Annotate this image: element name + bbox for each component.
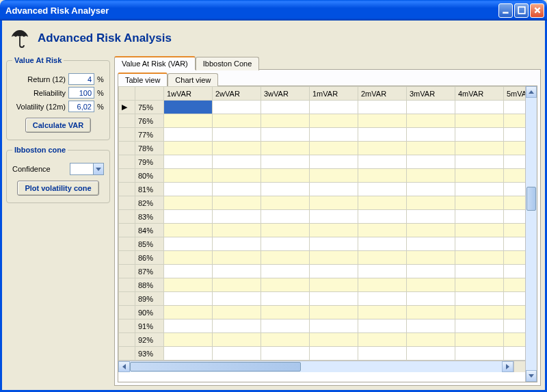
grid-cell[interactable] [407, 142, 455, 155]
column-header[interactable]: 3wVAR [261, 87, 310, 101]
grid-cell[interactable] [455, 224, 504, 237]
titlebar[interactable]: Advanced Risk Analyser [0, 0, 547, 21]
grid-cell[interactable] [407, 196, 455, 210]
table-row[interactable]: 85% [119, 237, 526, 251]
grid-cell[interactable] [504, 265, 526, 278]
table-row[interactable]: 93% [119, 347, 526, 361]
scroll-left-button[interactable] [118, 361, 130, 372]
calculate-var-button[interactable]: Calculate VAR [25, 118, 91, 133]
grid-cell[interactable] [310, 251, 358, 265]
table-row[interactable]: 89% [119, 292, 526, 306]
grid-cell[interactable] [504, 237, 526, 251]
table-row[interactable]: 78% [119, 142, 526, 155]
grid-cell[interactable] [504, 278, 526, 292]
return-input[interactable] [68, 73, 94, 85]
table-row[interactable]: 92% [119, 333, 526, 347]
grid-cell[interactable] [504, 319, 526, 333]
row-header[interactable]: 85% [135, 237, 164, 251]
grid-cell[interactable] [213, 169, 261, 183]
grid-cell[interactable] [310, 306, 358, 319]
grid-cell[interactable] [504, 183, 526, 196]
grid-cell[interactable] [407, 224, 455, 237]
row-header[interactable]: 79% [135, 155, 164, 169]
column-header[interactable]: 4mVAR [455, 87, 504, 101]
grid-cell[interactable] [310, 114, 358, 128]
grid-cell[interactable] [504, 306, 526, 319]
grid-cell[interactable] [261, 101, 310, 114]
vscroll-thumb[interactable] [526, 187, 536, 211]
grid-cell[interactable] [261, 169, 310, 183]
grid-cell[interactable] [261, 183, 310, 196]
grid-cell[interactable] [310, 196, 358, 210]
grid-cell[interactable] [261, 155, 310, 169]
grid-cell[interactable] [310, 142, 358, 155]
grid-cell[interactable] [310, 347, 358, 361]
table-row[interactable]: 88% [119, 278, 526, 292]
table-row[interactable]: 84% [119, 224, 526, 237]
grid-cell[interactable] [164, 142, 213, 155]
grid-cell[interactable] [358, 101, 407, 114]
table-row[interactable]: 79% [119, 155, 526, 169]
grid-cell[interactable] [261, 237, 310, 251]
row-header[interactable]: 80% [135, 169, 164, 183]
grid-cell[interactable] [164, 319, 213, 333]
grid-cell[interactable] [261, 210, 310, 224]
grid-cell[interactable] [504, 128, 526, 142]
grid-cell[interactable] [358, 114, 407, 128]
grid-cell[interactable] [407, 155, 455, 169]
grid-cell[interactable] [213, 128, 261, 142]
tab-chart-view[interactable]: Chart view [168, 73, 218, 87]
grid-cell[interactable] [407, 101, 455, 114]
row-header[interactable]: 84% [135, 224, 164, 237]
table-row[interactable]: 87% [119, 265, 526, 278]
row-header[interactable]: 91% [135, 319, 164, 333]
grid-cell[interactable] [358, 183, 407, 196]
grid-cell[interactable] [213, 347, 261, 361]
grid-cell[interactable] [358, 237, 407, 251]
grid-cell[interactable] [504, 210, 526, 224]
grid-cell[interactable] [455, 237, 504, 251]
grid-cell[interactable] [261, 265, 310, 278]
row-header[interactable]: 93% [135, 347, 164, 361]
table-row[interactable]: 77% [119, 128, 526, 142]
grid-cell[interactable] [213, 292, 261, 306]
grid-cell[interactable] [261, 292, 310, 306]
confidence-select[interactable] [70, 163, 104, 175]
column-header[interactable]: 2wVAR [213, 87, 261, 101]
grid-cell[interactable] [504, 114, 526, 128]
grid-cell[interactable] [310, 237, 358, 251]
scroll-down-button[interactable] [526, 370, 537, 382]
grid-cell[interactable] [407, 319, 455, 333]
grid-cell[interactable] [358, 278, 407, 292]
table-row[interactable]: ▶75% [119, 101, 526, 114]
grid-cell[interactable] [164, 333, 213, 347]
grid-cell[interactable] [213, 251, 261, 265]
table-row[interactable]: 81% [119, 183, 526, 196]
grid-cell[interactable] [164, 292, 213, 306]
grid-cell[interactable] [164, 101, 213, 114]
grid-cell[interactable] [455, 319, 504, 333]
grid-cell[interactable] [407, 251, 455, 265]
grid-cell[interactable] [407, 292, 455, 306]
grid-cell[interactable] [310, 183, 358, 196]
grid-cell[interactable] [213, 196, 261, 210]
row-header[interactable]: 78% [135, 142, 164, 155]
grid-cell[interactable] [310, 265, 358, 278]
grid-cell[interactable] [213, 142, 261, 155]
grid-cell[interactable] [358, 169, 407, 183]
table-row[interactable]: 76% [119, 114, 526, 128]
hscroll-thumb[interactable] [130, 362, 301, 371]
grid-cell[interactable] [261, 224, 310, 237]
grid-cell[interactable] [310, 210, 358, 224]
column-header[interactable]: 1mVAR [310, 87, 358, 101]
grid-cell[interactable] [407, 265, 455, 278]
grid-cell[interactable] [504, 251, 526, 265]
grid-cell[interactable] [213, 210, 261, 224]
grid-cell[interactable] [455, 347, 504, 361]
row-header[interactable]: 89% [135, 292, 164, 306]
close-button[interactable] [530, 3, 544, 18]
grid-cell[interactable] [455, 251, 504, 265]
grid-cell[interactable] [164, 114, 213, 128]
grid-cell[interactable] [407, 347, 455, 361]
grid-cell[interactable] [455, 114, 504, 128]
